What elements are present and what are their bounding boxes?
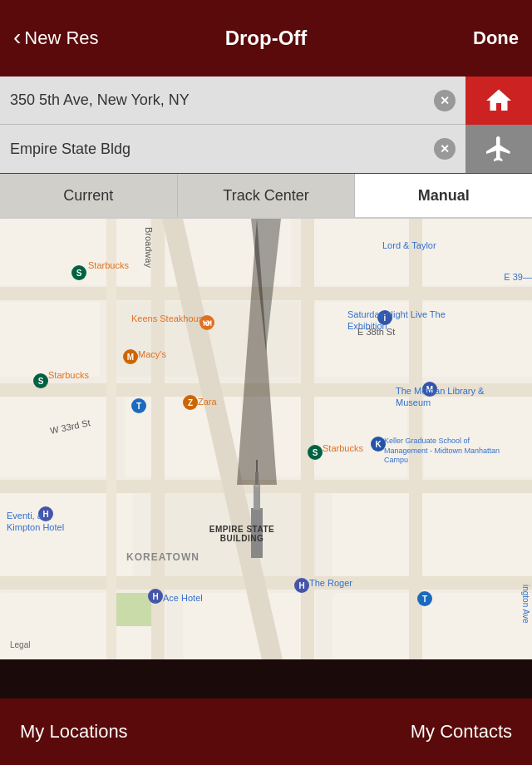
segment-current[interactable]: Current: [0, 174, 178, 217]
done-button[interactable]: Done: [473, 27, 519, 49]
poi-transit-2: T: [417, 591, 432, 606]
poi-starbucks-3: S: [308, 445, 323, 460]
poi-transit-1: T: [131, 398, 146, 413]
bottom-bar: My Locations My Contacts: [0, 698, 532, 765]
svg-rect-28: [254, 485, 260, 510]
home-icon: [484, 86, 514, 116]
address-area: ✕ ✕: [0, 76, 532, 174]
address-row-2: ✕: [0, 125, 466, 173]
poi-keens: 🍽: [200, 315, 214, 330]
svg-rect-4: [0, 302, 100, 377]
svg-rect-25: [106, 219, 116, 659]
home-button[interactable]: [466, 76, 532, 125]
map-area[interactable]: W 33rd St E 38th St Broadway E 39— ingto…: [0, 219, 532, 659]
header-title: Drop-Off: [225, 27, 308, 50]
segment-control: Current Track Center Manual: [0, 174, 532, 219]
poi-zara: Z: [183, 395, 198, 410]
legal-text: Legal: [10, 640, 30, 649]
back-button[interactable]: ‹ New Res: [13, 27, 99, 49]
clear-address-1-button[interactable]: ✕: [434, 90, 456, 111]
clear-address-2-button[interactable]: ✕: [434, 138, 456, 160]
segment-track-center[interactable]: Track Center: [178, 174, 356, 217]
my-contacts-button[interactable]: My Contacts: [411, 721, 512, 743]
poi-starbucks-2: S: [33, 373, 48, 388]
poi-snl: i: [377, 310, 392, 325]
svg-rect-7: [0, 393, 108, 476]
header: ‹ New Res Drop-Off Done: [0, 0, 532, 76]
map-pin-shadow: [251, 219, 281, 352]
poi-eventi: H: [38, 506, 53, 521]
svg-rect-16: [332, 593, 532, 659]
svg-rect-23: [301, 219, 314, 659]
my-locations-button[interactable]: My Locations: [20, 721, 128, 743]
address-input-2[interactable]: [10, 141, 434, 158]
address-row-1: ✕: [0, 76, 466, 125]
poi-roger: H: [294, 578, 309, 593]
back-chevron-icon: ‹: [13, 26, 21, 49]
back-label: New Res: [24, 27, 98, 49]
address-input-1[interactable]: [10, 91, 434, 109]
segment-manual[interactable]: Manual: [355, 174, 532, 217]
icon-buttons: [466, 76, 532, 173]
plane-icon: [484, 134, 514, 164]
svg-rect-9: [258, 393, 407, 476]
svg-rect-27: [251, 508, 263, 558]
svg-rect-6: [316, 302, 532, 377]
poi-ace: H: [148, 589, 163, 604]
poi-macys: M: [123, 349, 138, 364]
poi-keller: K: [371, 437, 386, 452]
plane-button[interactable]: [466, 125, 532, 173]
address-inputs: ✕ ✕: [0, 76, 466, 173]
poi-morgan: M: [422, 382, 437, 397]
svg-rect-13: [332, 493, 532, 576]
svg-rect-10: [424, 393, 532, 476]
poi-starbucks-1: S: [71, 265, 86, 280]
